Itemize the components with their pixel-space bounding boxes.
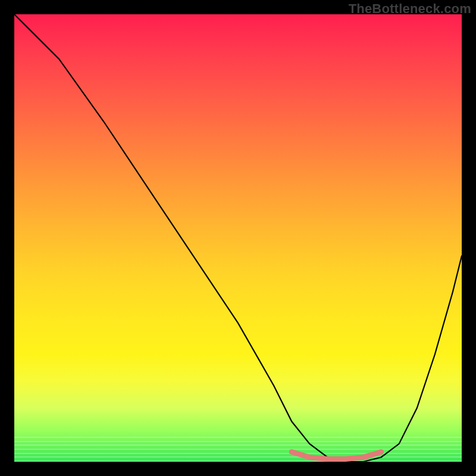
chart-frame xyxy=(14,14,462,462)
optimal-band xyxy=(292,452,381,459)
bottleneck-curve xyxy=(14,14,462,462)
chart-svg xyxy=(14,14,462,462)
